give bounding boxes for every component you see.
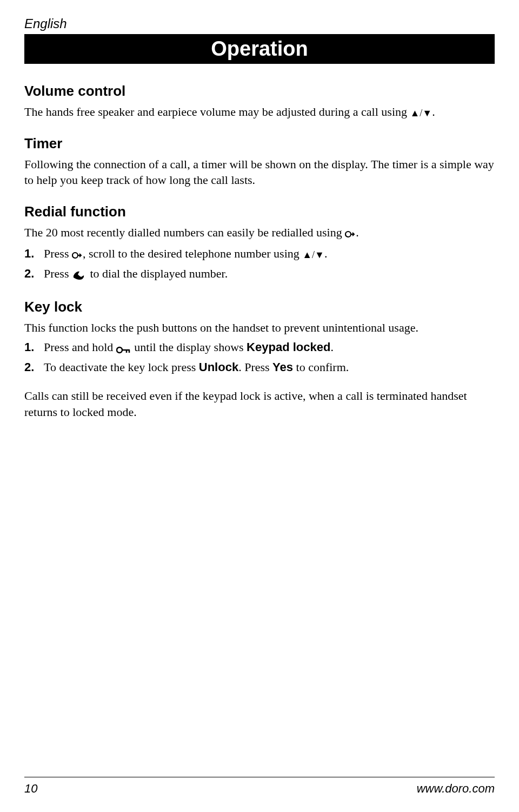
svg-point-1	[72, 253, 78, 258]
footer-url: www.doro.com	[417, 782, 495, 796]
step-content: Press and hold until the display shows K…	[44, 339, 495, 357]
redial-step-2: 2. Press to dial the displayed number.	[24, 265, 495, 283]
redial-step-1: 1. Press , scroll to the desired telepho…	[24, 245, 495, 263]
page-footer: 10 www.doro.com	[24, 777, 495, 796]
text-part: To deactivate the key lock press	[44, 360, 199, 374]
text-part: Press and hold	[44, 340, 116, 354]
text-part: . Press	[238, 360, 272, 374]
redial-intro-after: .	[356, 226, 359, 239]
step-number: 1.	[24, 245, 38, 263]
redial-icon	[345, 226, 356, 242]
page-number: 10	[24, 782, 37, 796]
keylock-step-2: 2. To deactivate the key lock press Unlo…	[24, 359, 495, 376]
text-part: Press	[44, 267, 72, 280]
keylock-intro: This function locks the push buttons on …	[24, 320, 495, 336]
bold-keypad-locked: Keypad locked	[247, 340, 330, 354]
up-down-triangle-icon: ▲/▼	[410, 107, 432, 120]
key-icon	[116, 340, 131, 357]
up-down-triangle-icon: ▲/▼	[302, 248, 324, 262]
bold-yes: Yes	[272, 360, 293, 374]
text-part: .	[330, 340, 334, 354]
text-part: .	[324, 247, 328, 260]
volume-text-after: .	[432, 105, 435, 118]
timer-heading: Timer	[24, 135, 495, 152]
volume-heading: Volume control	[24, 83, 495, 100]
timer-text: Following the connection of a call, a ti…	[24, 156, 495, 188]
volume-text: The hands free speaker and earpiece volu…	[24, 104, 495, 120]
volume-text-before: The hands free speaker and earpiece volu…	[24, 105, 410, 118]
step-content: Press to dial the displayed number.	[44, 265, 495, 283]
step-number: 1.	[24, 339, 38, 357]
text-part: to confirm.	[293, 360, 349, 374]
text-part: to dial the displayed number.	[87, 267, 228, 280]
step-number: 2.	[24, 359, 38, 376]
keylock-step-1: 1. Press and hold until the display show…	[24, 339, 495, 357]
language-header: English	[24, 16, 495, 31]
step-content: Press , scroll to the desired telephone …	[44, 245, 495, 263]
redial-icon	[72, 246, 83, 263]
keylock-heading: Key lock	[24, 299, 495, 315]
call-icon	[72, 266, 87, 283]
keylock-note: Calls can still be received even if the …	[24, 388, 495, 420]
text-part: Press	[44, 247, 72, 260]
step-number: 2.	[24, 265, 38, 283]
text-part: , scroll to the desired telephone number…	[83, 247, 302, 260]
svg-point-0	[345, 232, 351, 237]
redial-intro: The 20 most recently dialled numbers can…	[24, 225, 495, 242]
redial-heading: Redial function	[24, 203, 495, 220]
redial-intro-before: The 20 most recently dialled numbers can…	[24, 226, 345, 239]
page-title-bar: Operation	[24, 34, 495, 64]
step-content: To deactivate the key lock press Unlock.…	[44, 359, 495, 376]
text-part: until the display shows	[131, 340, 247, 354]
bold-unlock: Unlock	[199, 360, 238, 374]
svg-point-2	[117, 347, 122, 353]
